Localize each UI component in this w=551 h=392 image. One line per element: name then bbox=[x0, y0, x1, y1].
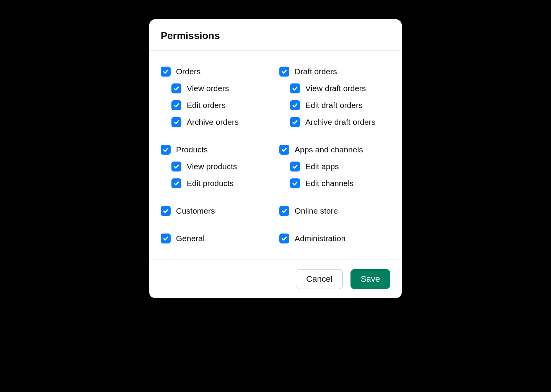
check-icon bbox=[292, 102, 298, 108]
perm-label: Customers bbox=[176, 206, 215, 216]
check-icon bbox=[173, 102, 179, 108]
perm-sublabel: Edit products bbox=[187, 179, 234, 188]
checkbox-online-store[interactable] bbox=[279, 206, 289, 216]
modal-footer: Cancel Save bbox=[149, 260, 402, 298]
perm-sublabel: View products bbox=[187, 162, 237, 171]
perm-group-administration: Administration bbox=[279, 233, 390, 244]
check-icon bbox=[173, 85, 179, 91]
check-icon bbox=[281, 69, 287, 75]
check-icon bbox=[292, 119, 298, 125]
check-icon bbox=[281, 235, 287, 242]
modal-header: Permissions bbox=[149, 19, 402, 51]
checkbox-edit-apps[interactable] bbox=[290, 162, 300, 172]
checkbox-view-draft-orders[interactable] bbox=[290, 83, 300, 93]
checkbox-edit-products[interactable] bbox=[171, 178, 181, 188]
perm-children-draft-orders: View draft orders Edit draft orders Arch… bbox=[279, 83, 390, 128]
checkbox-view-orders[interactable] bbox=[171, 83, 181, 93]
perm-group-customers: Customers bbox=[161, 205, 272, 217]
perm-row-edit-draft-orders: Edit draft orders bbox=[290, 100, 390, 111]
check-icon bbox=[173, 163, 179, 170]
perm-sublabel: Edit channels bbox=[305, 179, 354, 188]
checkbox-edit-orders[interactable] bbox=[171, 100, 181, 110]
check-icon bbox=[173, 119, 179, 125]
check-icon bbox=[163, 208, 169, 214]
perm-label: Apps and channels bbox=[295, 145, 363, 154]
perm-group-online-store: Online store bbox=[279, 205, 390, 217]
perm-row-view-products: View products bbox=[171, 161, 272, 172]
check-icon bbox=[292, 180, 298, 186]
perm-label: Administration bbox=[295, 234, 346, 243]
perm-row-archive-draft-orders: Archive draft orders bbox=[290, 116, 390, 128]
check-icon bbox=[281, 147, 287, 153]
check-icon bbox=[163, 69, 169, 75]
checkbox-general[interactable] bbox=[161, 234, 171, 243]
perm-row-edit-orders: Edit orders bbox=[171, 100, 272, 111]
perm-label: Products bbox=[176, 145, 208, 154]
check-icon bbox=[292, 85, 298, 91]
perm-row-draft-orders: Draft orders bbox=[279, 66, 390, 77]
perm-group-orders: Orders View orders Edit orders bbox=[161, 66, 272, 128]
perm-label: Online store bbox=[295, 206, 338, 216]
checkbox-archive-orders[interactable] bbox=[171, 117, 181, 127]
perm-row-online-store: Online store bbox=[279, 205, 390, 217]
perm-row-products: Products bbox=[161, 144, 272, 155]
perm-group-apps-channels: Apps and channels Edit apps Edit channel… bbox=[279, 144, 390, 189]
perm-group-products: Products View products Edit products bbox=[161, 144, 272, 189]
check-icon bbox=[173, 180, 179, 186]
checkbox-products[interactable] bbox=[161, 145, 171, 155]
check-icon bbox=[163, 147, 169, 153]
perm-group-general: General bbox=[161, 233, 272, 244]
modal-body: Orders View orders Edit orders bbox=[149, 51, 402, 260]
perm-sublabel: Edit orders bbox=[187, 101, 226, 110]
perm-row-view-orders: View orders bbox=[171, 83, 272, 94]
perm-row-edit-products: Edit products bbox=[171, 178, 272, 189]
perm-sublabel: Edit apps bbox=[305, 162, 339, 171]
save-button[interactable]: Save bbox=[350, 269, 390, 289]
perm-label: Draft orders bbox=[295, 67, 337, 76]
checkbox-edit-channels[interactable] bbox=[290, 178, 300, 188]
perm-row-edit-apps: Edit apps bbox=[290, 161, 390, 172]
checkbox-edit-draft-orders[interactable] bbox=[290, 100, 300, 110]
checkbox-orders[interactable] bbox=[161, 67, 171, 77]
permissions-modal: Permissions Orders View orders bbox=[149, 19, 402, 298]
perm-sublabel: Archive draft orders bbox=[305, 118, 375, 127]
perm-row-view-draft-orders: View draft orders bbox=[290, 83, 390, 94]
perm-row-general: General bbox=[161, 233, 272, 244]
check-icon bbox=[281, 208, 287, 214]
checkbox-view-products[interactable] bbox=[171, 162, 181, 172]
perm-row-administration: Administration bbox=[279, 233, 390, 244]
checkbox-customers[interactable] bbox=[161, 206, 171, 216]
perm-row-archive-orders: Archive orders bbox=[171, 116, 272, 128]
perm-row-apps-channels: Apps and channels bbox=[279, 144, 390, 155]
check-icon bbox=[163, 235, 169, 242]
perm-label: Orders bbox=[176, 67, 201, 76]
checkbox-apps-channels[interactable] bbox=[279, 145, 289, 155]
perm-children-orders: View orders Edit orders Archive orders bbox=[161, 83, 272, 128]
perm-group-draft-orders: Draft orders View draft orders Edit draf… bbox=[279, 66, 390, 128]
modal-title: Permissions bbox=[161, 30, 390, 42]
perm-sublabel: View draft orders bbox=[305, 84, 366, 93]
perm-sublabel: View orders bbox=[187, 84, 229, 93]
perm-row-customers: Customers bbox=[161, 205, 272, 217]
perm-children-products: View products Edit products bbox=[161, 161, 272, 189]
perm-row-orders: Orders bbox=[161, 66, 272, 77]
checkbox-administration[interactable] bbox=[279, 234, 289, 243]
perm-sublabel: Edit draft orders bbox=[305, 101, 362, 110]
checkbox-archive-draft-orders[interactable] bbox=[290, 117, 300, 127]
perm-children-apps-channels: Edit apps Edit channels bbox=[279, 161, 390, 189]
check-icon bbox=[292, 163, 298, 170]
perm-label: General bbox=[176, 234, 205, 243]
cancel-button[interactable]: Cancel bbox=[296, 269, 342, 289]
perm-row-edit-channels: Edit channels bbox=[290, 178, 390, 189]
checkbox-draft-orders[interactable] bbox=[279, 67, 289, 77]
perm-sublabel: Archive orders bbox=[187, 118, 238, 127]
